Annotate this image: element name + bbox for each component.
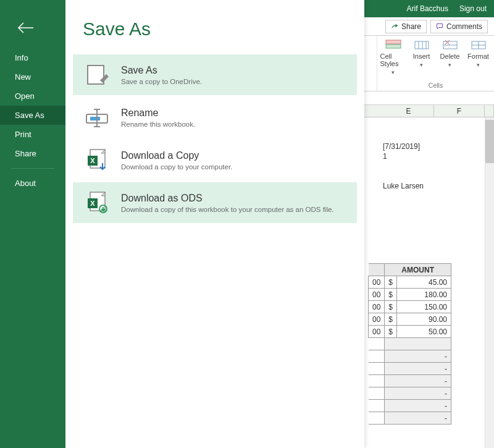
dash-cell[interactable]: - bbox=[385, 412, 451, 425]
svg-rect-0 bbox=[386, 40, 401, 44]
vertical-scrollbar[interactable] bbox=[485, 117, 494, 448]
currency-cell[interactable]: $ bbox=[385, 276, 397, 289]
svg-text:X: X bbox=[90, 200, 95, 207]
dropdown-arrow-icon: ▾ bbox=[420, 62, 423, 68]
truncated-cell[interactable]: 00 bbox=[369, 276, 385, 289]
dropdown-arrow-icon: ▾ bbox=[477, 62, 480, 68]
option-title: Rename bbox=[121, 108, 195, 119]
dash-cell[interactable]: - bbox=[385, 375, 451, 387]
dash-cell[interactable]: - bbox=[385, 350, 451, 363]
comments-label: Comments bbox=[446, 22, 482, 31]
option-desc: Rename this workbook. bbox=[121, 120, 195, 128]
insert-icon bbox=[414, 40, 430, 51]
option-download-ods[interactable]: X Download as ODS Download a copy of thi… bbox=[73, 182, 357, 223]
currency-cell[interactable]: $ bbox=[385, 313, 397, 326]
share-label: Share bbox=[401, 22, 421, 31]
cell-one[interactable]: 1 bbox=[383, 152, 387, 161]
cell-styles-label: Cell Styles bbox=[380, 53, 406, 67]
file-backstage-pane: Info New Open Save As Print Share About … bbox=[0, 0, 364, 448]
sign-out-link[interactable]: Sign out bbox=[459, 4, 487, 13]
dash-cell[interactable]: - bbox=[385, 363, 451, 375]
insert-label: Insert bbox=[413, 53, 430, 60]
amount-cell[interactable]: 180.00 bbox=[397, 289, 451, 301]
page-title: Save As bbox=[83, 19, 364, 40]
rename-icon bbox=[84, 104, 110, 130]
download-copy-icon: X bbox=[84, 147, 110, 173]
svg-rect-1 bbox=[386, 44, 401, 48]
currency-cell[interactable]: $ bbox=[385, 326, 397, 338]
cell-styles-icon bbox=[385, 40, 401, 51]
dash-cell[interactable]: - bbox=[385, 400, 451, 412]
nav-save-as[interactable]: Save As bbox=[0, 106, 65, 125]
delete-icon bbox=[442, 40, 458, 51]
back-arrow-icon bbox=[16, 20, 35, 35]
cells-group: Cell Styles ▾ Insert ▾ Delete ▾ Format ▾ bbox=[377, 36, 494, 91]
share-button[interactable]: Share bbox=[385, 20, 427, 33]
amount-cell[interactable]: 90.00 bbox=[397, 313, 451, 326]
option-download-copy[interactable]: X Download a Copy Download a copy to you… bbox=[73, 140, 357, 180]
dropdown-arrow-icon: ▾ bbox=[391, 69, 395, 75]
cell-date[interactable]: [7/31/2019] bbox=[383, 142, 420, 151]
truncated-cell[interactable]: 00 bbox=[369, 313, 385, 326]
format-button[interactable]: Format ▾ bbox=[466, 40, 492, 82]
option-title: Download as ODS bbox=[121, 193, 334, 204]
option-desc: Save a copy to OneDrive. bbox=[121, 78, 202, 85]
format-icon bbox=[471, 40, 487, 51]
insert-button[interactable]: Insert ▾ bbox=[409, 40, 435, 82]
back-button[interactable] bbox=[14, 16, 37, 40]
save-as-main: Save As Save As Save a copy to OneDrive.… bbox=[65, 0, 364, 448]
option-title: Download a Copy bbox=[121, 150, 232, 161]
column-header-f[interactable]: F bbox=[434, 105, 485, 117]
amount-table: AMOUNT 00$45.00 00$180.00 00$150.00 00$9… bbox=[368, 263, 451, 425]
amount-cell[interactable]: 150.00 bbox=[397, 301, 451, 313]
share-icon bbox=[391, 23, 398, 30]
dropdown-arrow-icon: ▾ bbox=[448, 62, 451, 68]
svg-rect-15 bbox=[90, 117, 100, 120]
truncated-cell[interactable]: 00 bbox=[369, 289, 385, 301]
amount-cell[interactable]: 50.00 bbox=[397, 326, 451, 338]
cell-styles-button[interactable]: Cell Styles ▾ bbox=[380, 40, 406, 82]
save-as-icon bbox=[84, 62, 110, 88]
cell-name[interactable]: Luke Larsen bbox=[383, 182, 424, 190]
option-save-as[interactable]: Save As Save a copy to OneDrive. bbox=[73, 54, 357, 95]
user-name-label[interactable]: Arif Bacchus bbox=[407, 4, 448, 13]
svg-text:X: X bbox=[90, 157, 95, 164]
amount-cell[interactable]: 45.00 bbox=[397, 276, 451, 289]
nav-separator bbox=[11, 168, 54, 169]
currency-cell[interactable]: $ bbox=[385, 301, 397, 313]
file-side-nav: Info New Open Save As Print Share About bbox=[0, 0, 65, 448]
truncated-cell[interactable]: 00 bbox=[369, 301, 385, 313]
comments-icon bbox=[436, 23, 443, 30]
option-title: Save As bbox=[121, 65, 202, 76]
nav-info[interactable]: Info bbox=[0, 48, 65, 67]
option-rename[interactable]: Rename Rename this workbook. bbox=[73, 97, 357, 138]
download-ods-icon: X bbox=[84, 190, 110, 216]
cells-group-label: Cells bbox=[429, 82, 443, 91]
currency-cell[interactable]: $ bbox=[385, 289, 397, 301]
nav-share[interactable]: Share bbox=[0, 144, 65, 163]
scroll-thumb[interactable] bbox=[485, 120, 494, 163]
column-header-e[interactable]: E bbox=[383, 105, 434, 117]
comments-button[interactable]: Comments bbox=[430, 20, 488, 33]
dash-cell[interactable]: - bbox=[385, 387, 451, 400]
option-desc: Download a copy of this workbook to your… bbox=[121, 206, 334, 213]
truncated-cell[interactable]: 00 bbox=[369, 326, 385, 338]
option-desc: Download a copy to your computer. bbox=[121, 163, 232, 171]
amount-header: AMOUNT bbox=[385, 264, 451, 276]
delete-label: Delete bbox=[440, 53, 460, 60]
svg-rect-2 bbox=[415, 41, 429, 49]
nav-new[interactable]: New bbox=[0, 67, 65, 87]
nav-about[interactable]: About bbox=[0, 174, 65, 193]
delete-button[interactable]: Delete ▾ bbox=[437, 40, 463, 82]
nav-open[interactable]: Open bbox=[0, 87, 65, 106]
format-label: Format bbox=[467, 53, 489, 60]
nav-print[interactable]: Print bbox=[0, 125, 65, 144]
